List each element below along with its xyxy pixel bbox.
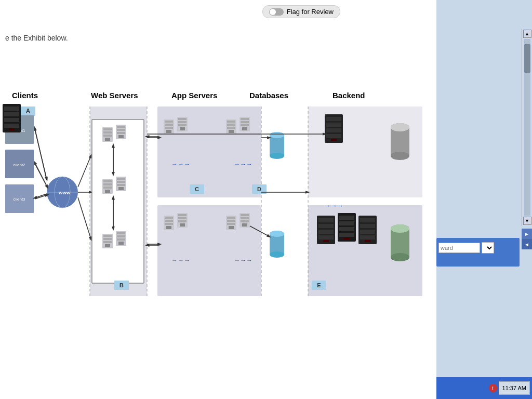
svg-rect-82 [180,127,185,130]
svg-rect-93 [242,127,247,130]
svg-rect-123 [242,223,247,227]
svg-rect-150 [318,218,334,222]
svg-point-98 [270,132,284,138]
scroll-up-arrow[interactable]: ▲ [523,30,531,38]
svg-rect-112 [178,220,187,222]
svg-rect-90 [241,118,249,120]
svg-rect-134 [326,117,341,121]
svg-line-31 [78,197,91,239]
svg-rect-52 [118,187,124,190]
svg-rect-154 [323,240,329,242]
svg-point-170 [391,224,409,233]
svg-rect-87 [227,127,235,129]
svg-point-169 [391,253,409,261]
search-input[interactable] [438,243,480,253]
svg-rect-122 [241,220,249,222]
svg-rect-163 [360,224,375,228]
col-web-servers: Web Servers [91,91,138,100]
svg-rect-54 [103,235,112,237]
nav-right-arrow[interactable]: ► [522,229,532,239]
col-app-servers: App Servers [171,91,217,100]
svg-rect-49 [117,178,125,180]
svg-rect-56 [103,241,112,243]
svg-rect-115 [227,217,235,219]
nav-left-arrow[interactable]: ◄ [522,239,532,249]
svg-rect-86 [227,124,235,126]
svg-rect-158 [339,227,354,231]
svg-rect-46 [103,187,112,189]
svg-rect-151 [318,224,334,228]
svg-rect-106 [165,220,173,222]
svg-text:→→→: →→→ [325,202,343,209]
svg-rect-62 [118,242,124,245]
flag-review-button[interactable]: Flag for Review [262,5,340,18]
scroll-track [524,39,530,216]
svg-rect-141 [4,112,19,116]
svg-rect-168 [391,229,409,257]
svg-rect-47 [105,190,110,193]
error-icon: ! [489,384,497,392]
svg-rect-156 [339,216,354,220]
svg-rect-121 [241,217,249,219]
svg-rect-77 [166,130,171,133]
svg-rect-76 [165,127,173,129]
svg-rect-92 [241,124,249,126]
svg-rect-107 [165,223,173,225]
svg-rect-42 [118,135,124,138]
svg-rect-91 [241,121,249,123]
svg-rect-61 [117,238,125,241]
col-backend: Backend [332,91,365,100]
svg-rect-164 [360,230,375,234]
svg-text:→→→: →→→ [171,257,190,264]
system-time: 11:37 AM [499,381,530,395]
svg-rect-160 [344,237,350,240]
svg-rect-142 [4,118,19,122]
svg-rect-81 [178,124,187,126]
svg-rect-143 [4,124,19,128]
svg-rect-137 [326,134,341,138]
nav-arrows: ► ◄ [522,229,532,249]
right-panel: ▲ ▼ ► ◄ ▼ ! 11:37 AM [436,0,532,399]
vertical-scrollbar[interactable]: ▲ ▼ [522,29,532,226]
svg-text:WWW: WWW [59,191,71,195]
svg-point-147 [391,152,409,160]
svg-rect-40 [117,129,125,131]
svg-rect-138 [331,139,337,141]
svg-point-97 [270,153,284,159]
col-databases: Databases [249,91,288,100]
svg-rect-50 [117,181,125,183]
svg-rect-117 [227,223,235,225]
svg-rect-45 [103,183,112,185]
svg-rect-75 [165,124,173,126]
svg-text:client3: client3 [13,197,25,202]
svg-rect-144 [9,128,15,130]
svg-rect-60 [117,235,125,237]
svg-rect-111 [178,217,187,219]
architecture-diagram: A client1 client2 client3 WWW [3,104,429,312]
svg-text:E: E [317,282,321,288]
svg-rect-41 [117,132,125,134]
svg-rect-135 [326,123,341,127]
svg-rect-153 [318,235,334,240]
svg-rect-79 [178,118,187,120]
svg-point-148 [391,123,409,131]
svg-rect-136 [326,128,341,132]
instruction-text: e the Exhibit below. [5,34,68,42]
svg-rect-118 [229,226,234,229]
flag-toggle[interactable] [269,8,284,16]
scroll-down-arrow[interactable]: ▼ [523,217,531,225]
svg-rect-152 [318,230,334,234]
col-clients: Clients [12,91,38,100]
svg-text:D: D [257,186,261,192]
svg-rect-37 [105,138,110,141]
svg-text:A: A [26,108,30,114]
taskbar: ! 11:37 AM [436,377,532,399]
svg-point-128 [270,251,284,258]
dropdown-select[interactable]: ▼ [482,242,494,254]
svg-rect-140 [4,107,19,111]
svg-text:B: B [119,282,124,288]
svg-rect-55 [103,238,112,240]
scroll-thumb[interactable] [524,44,530,73]
svg-rect-110 [178,214,187,216]
svg-text:→→→: →→→ [234,257,252,264]
